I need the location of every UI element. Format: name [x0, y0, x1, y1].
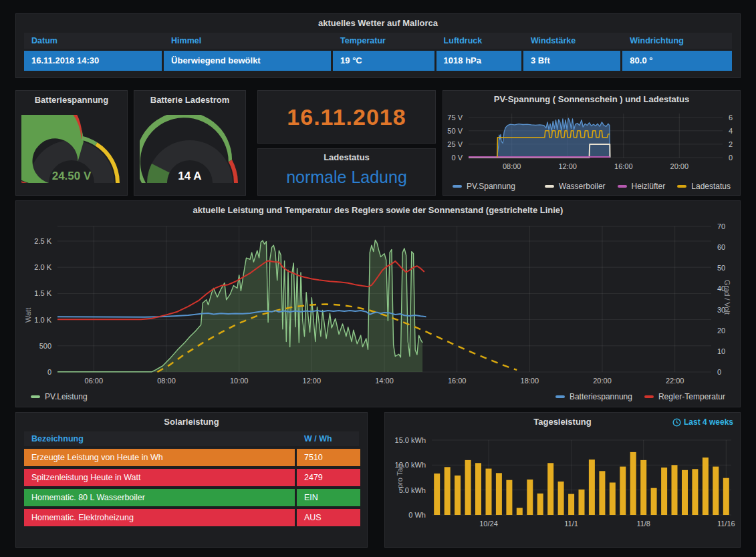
- solar-row-value: EIN: [297, 489, 360, 506]
- legend-label: Batteriespannung: [570, 392, 632, 401]
- legend-item[interactable]: Wasserboiler: [545, 182, 606, 191]
- battery-current-title[interactable]: Batterie Ladestrom: [134, 91, 245, 110]
- svg-text:15.0 kWh: 15.0 kWh: [395, 436, 426, 444]
- pv-chart-legend: PV.SpannungWasserboilerHeizlüfterLadesta…: [453, 182, 731, 191]
- daily-chart-y-axis-label: pro Tag: [396, 464, 404, 489]
- weather-column-header: Temperatur: [333, 33, 434, 49]
- svg-text:16:00: 16:00: [448, 377, 467, 385]
- svg-text:11/8: 11/8: [636, 520, 650, 528]
- panel-charge-status: Ladestatus normale Ladung: [257, 148, 436, 196]
- solar-row-label: Homematic. Elektroheizung: [24, 509, 295, 526]
- svg-text:70: 70: [717, 222, 725, 230]
- main-chart-right-axis-label: Grad / Volt: [723, 280, 731, 315]
- svg-text:20:00: 20:00: [593, 377, 612, 385]
- solar-row-value: AUS: [297, 509, 360, 526]
- weather-value-cell: 1018 hPa: [436, 51, 521, 71]
- svg-text:12:00: 12:00: [558, 162, 577, 170]
- legend-swatch: [644, 395, 654, 398]
- svg-text:08:00: 08:00: [157, 377, 176, 385]
- legend-item[interactable]: Heizlüfter: [618, 182, 666, 191]
- solar-row-label: Homematic. 80 L Wasserboiler: [24, 489, 295, 506]
- legend-swatch: [545, 185, 554, 188]
- solar-table-header: BezeichnungW / Wh: [24, 431, 359, 446]
- weather-table-values: 16.11.2018 14:30Überwiegend bewölkt19 °C…: [24, 51, 732, 71]
- svg-text:4: 4: [729, 127, 733, 135]
- svg-text:14 A: 14 A: [178, 170, 201, 182]
- svg-text:16:00: 16:00: [614, 162, 633, 170]
- solar-column-header: W / Wh: [297, 431, 360, 446]
- legend-label: Ladestatus: [691, 182, 731, 191]
- legend-swatch: [677, 185, 686, 188]
- legend-label: PV.Spannung: [467, 182, 515, 191]
- svg-text:20: 20: [717, 327, 725, 335]
- charge-status-value: normale Ladung: [258, 168, 435, 187]
- battery-voltage-title[interactable]: Batteriespannung: [16, 91, 127, 110]
- svg-text:500: 500: [39, 342, 51, 350]
- svg-text:22:00: 22:00: [666, 377, 684, 385]
- charge-status-title[interactable]: Ladestatus: [258, 149, 435, 166]
- svg-text:10: 10: [717, 347, 725, 355]
- panel-main-chart: aktuelle Leistung und Temperatur des Reg…: [15, 200, 741, 407]
- svg-text:10/24: 10/24: [479, 520, 498, 528]
- svg-text:11/1: 11/1: [564, 520, 578, 528]
- svg-text:6: 6: [729, 114, 733, 122]
- main-chart-plot: 06:0008:0010:0012:0014:0016:0018:0020:00…: [16, 220, 740, 391]
- svg-text:50: 50: [717, 264, 725, 272]
- weather-column-header: Datum: [24, 33, 162, 49]
- panel-weather-title[interactable]: aktuelles Wetter auf Mallorca: [16, 14, 740, 33]
- time-range-link[interactable]: Last 4 weeks: [672, 417, 733, 427]
- panel-date: 16.11.2018: [257, 90, 436, 144]
- svg-text:06:00: 06:00: [85, 377, 104, 385]
- svg-text:75 V: 75 V: [447, 114, 463, 122]
- svg-text:0 V: 0 V: [451, 154, 463, 162]
- weather-value-cell: 16.11.2018 14:30: [24, 51, 162, 71]
- svg-text:1.0 K: 1.0 K: [34, 316, 51, 324]
- svg-text:11/16: 11/16: [717, 520, 735, 528]
- legend-swatch: [555, 395, 565, 398]
- svg-text:12:00: 12:00: [303, 377, 322, 385]
- svg-text:25 V: 25 V: [447, 140, 463, 148]
- solar-table-row: Homematic. 80 L WasserboilerEIN: [24, 489, 359, 506]
- time-range-label: Last 4 weeks: [684, 417, 733, 427]
- svg-text:24.50 V: 24.50 V: [52, 170, 92, 182]
- svg-text:50 V: 50 V: [447, 127, 463, 135]
- legend-swatch: [453, 185, 462, 188]
- legend-item[interactable]: Ladestatus: [677, 182, 731, 191]
- weather-value-cell: 80.0 °: [622, 51, 732, 71]
- solar-table-rows: Erzeugte Leistung von Heute in Wh7510Spi…: [16, 449, 367, 526]
- legend-label: Wasserboiler: [559, 182, 606, 191]
- pv-chart-title[interactable]: PV-Spannung ( Sonnenschein ) und Ladesta…: [443, 91, 740, 108]
- daily-chart-plot: 0 Wh5.0 kWh10.0 kWh15.0 kWh10/2411/111/8…: [385, 431, 740, 534]
- main-chart-legend: PV.LeistungBatteriespannungRegler-Temper…: [31, 392, 725, 401]
- svg-text:1.5 K: 1.5 K: [34, 289, 51, 297]
- main-chart-title[interactable]: aktuelle Leistung und Temperatur des Reg…: [16, 201, 740, 220]
- solar-row-value: 7510: [297, 449, 360, 466]
- legend-item[interactable]: Regler-Temperatur: [644, 392, 725, 401]
- panel-solar-table: Solarleistung BezeichnungW / Wh Erzeugte…: [15, 412, 368, 548]
- current-date-value: 16.11.2018: [258, 91, 435, 143]
- solar-table-title[interactable]: Solarleistung: [16, 413, 367, 431]
- legend-label: PV.Leistung: [45, 392, 88, 401]
- battery-voltage-gauge: 24.50 V: [16, 115, 127, 190]
- solar-row-label: Spitzenleistung Heute in Watt: [24, 469, 295, 486]
- weather-column-header: Himmel: [164, 33, 331, 49]
- svg-text:18:00: 18:00: [521, 377, 539, 385]
- legend-label: Heizlüfter: [632, 182, 666, 191]
- svg-text:2.5 K: 2.5 K: [34, 237, 51, 245]
- panel-weather: aktuelles Wetter auf Mallorca DatumHimme…: [15, 13, 741, 78]
- svg-text:0 Wh: 0 Wh: [408, 511, 426, 519]
- solar-column-header: Bezeichnung: [24, 431, 295, 446]
- legend-swatch: [31, 395, 40, 398]
- svg-text:2.0 K: 2.0 K: [34, 263, 51, 271]
- panel-battery-current: Batterie Ladestrom 14 A: [134, 90, 246, 196]
- weather-value-cell: Überwiegend bewölkt: [164, 51, 331, 71]
- legend-item[interactable]: Batteriespannung: [555, 392, 632, 401]
- solar-table-row: Homematic. ElektroheizungAUS: [24, 509, 359, 526]
- legend-label: Regler-Temperatur: [658, 392, 725, 401]
- svg-text:14:00: 14:00: [375, 377, 394, 385]
- weather-column-header: Luftdruck: [436, 33, 521, 49]
- svg-text:20:00: 20:00: [670, 162, 689, 170]
- legend-item[interactable]: PV.Spannung: [453, 182, 515, 191]
- legend-item[interactable]: PV.Leistung: [31, 392, 88, 401]
- clock-icon: [672, 418, 681, 427]
